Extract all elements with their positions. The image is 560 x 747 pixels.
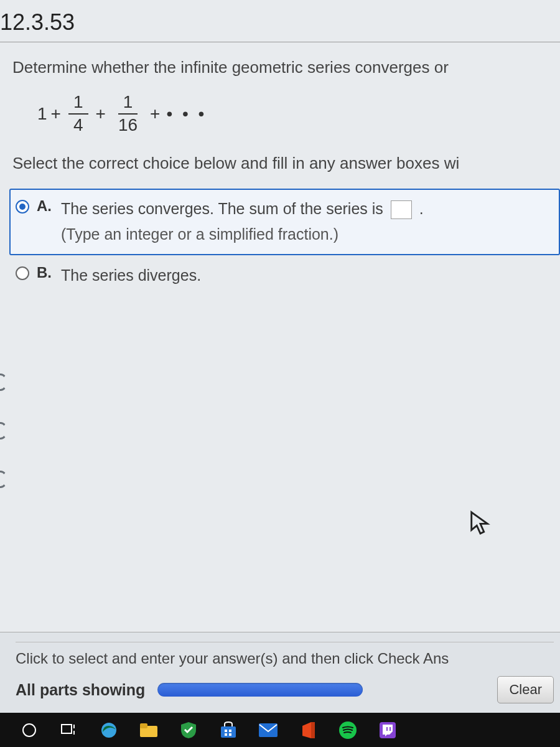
choice-a-period: . [419,200,424,217]
choice-b-text: The series diverges. [61,266,201,284]
spiral-binding [0,374,7,488]
answer-input[interactable] [391,200,412,219]
svg-rect-12 [311,722,315,738]
svg-rect-0 [62,725,72,733]
select-instruction: Select the correct choice below and fill… [12,154,560,173]
task-view-icon[interactable] [58,720,80,741]
choice-a-hint: (Type an integer or a simplified fractio… [61,223,424,247]
clear-button[interactable]: Clear [497,676,554,703]
frac1-num: 1 [68,93,88,115]
choice-a-row[interactable]: A. The series converges. The sum of the … [9,189,560,255]
svg-rect-8 [229,730,231,732]
mail-icon[interactable] [258,720,279,741]
plus-2: + [96,104,106,124]
ellipsis: • • • [166,104,207,124]
parts-showing-label: All parts showing [16,681,145,699]
choice-a-text: The series converges. The sum of the ser… [61,200,383,217]
cursor-icon [469,510,492,541]
store-icon[interactable] [218,720,239,741]
svg-rect-6 [221,726,236,738]
frac2-num: 1 [118,93,138,115]
question-prompt: Determine whether the infinite geometric… [12,58,560,77]
question-number: 12.3.53 [0,9,75,35]
svg-rect-16 [390,727,391,731]
progress-bar [157,683,363,697]
svg-rect-10 [229,733,231,736]
choice-a-letter: A. [37,197,52,215]
svg-rect-7 [225,730,227,732]
radio-b[interactable] [16,266,29,280]
edge-icon[interactable] [98,720,119,741]
term-0: 1 [37,104,47,124]
svg-rect-11 [259,723,278,737]
twitch-icon[interactable] [377,720,398,741]
math-expression: 1 + 1 4 + 1 16 + • • • [37,93,560,135]
security-icon[interactable] [178,720,199,741]
radio-a[interactable] [16,200,29,214]
taskbar [0,713,560,747]
fraction-2: 1 16 [113,93,142,135]
office-icon[interactable] [297,720,319,741]
choice-b-letter: B. [37,264,52,281]
spotify-icon[interactable] [337,720,358,741]
footer-instruction: Click to select and enter your answer(s)… [16,642,554,667]
plus-3: + [150,104,160,124]
fraction-1: 1 4 [68,93,88,135]
choice-b-row[interactable]: B. The series diverges. [9,255,560,296]
cortana-icon[interactable] [19,720,40,741]
frac2-den: 16 [113,115,142,135]
svg-rect-9 [225,733,227,736]
plus-1: + [51,104,61,124]
svg-rect-15 [386,727,388,731]
svg-point-13 [339,721,357,739]
svg-rect-5 [140,723,147,728]
explorer-icon[interactable] [138,720,159,741]
frac1-den: 4 [68,115,88,135]
